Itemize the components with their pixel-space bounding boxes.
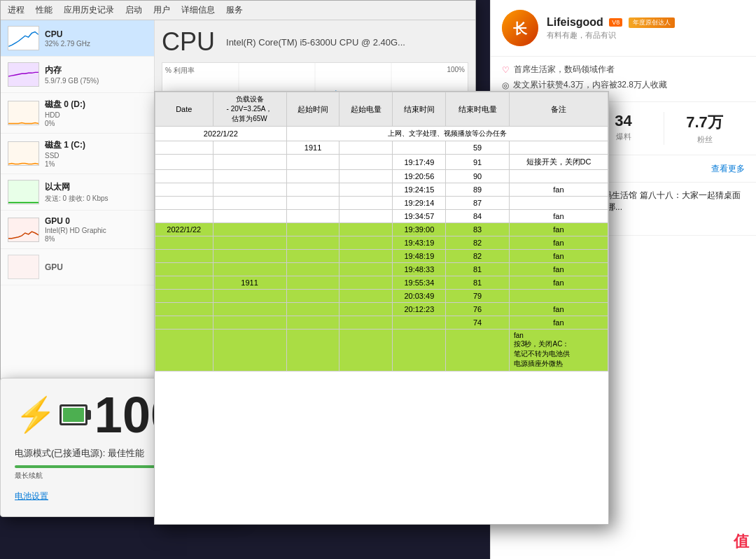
battery-icon (59, 404, 88, 425)
gpu0-model: Intel(R) HD Graphic (45, 227, 147, 234)
table-row: 19:34:57 84 fan (155, 210, 608, 223)
social-name-area: Lifeisgood V8 年度原创达人 有料有趣，有品有识 (547, 16, 745, 41)
power-min-label: 最长续航 (15, 471, 43, 481)
disk1-type: SSD (45, 152, 147, 160)
gpu0-usage: 8% (45, 235, 147, 243)
gpu1-name: GPU (45, 262, 147, 272)
col-start-charge: 起始电量 (340, 92, 393, 127)
menu-details[interactable]: 详细信息 (180, 3, 216, 17)
v-badge: V8 (609, 18, 622, 27)
desc-role: ♡ 首席生活家，数码领域作者 (502, 64, 745, 76)
disk1-usage: 1% (45, 160, 147, 168)
disk1-info: 磁盘 1 (C:) SSD 1% (45, 139, 147, 168)
col-load: 负载设备- 20V=3.25A，估算为65W (213, 92, 286, 127)
social-name-row: Lifeisgood V8 年度原创达人 (547, 16, 745, 29)
disk0-info: 磁盘 0 (D:) HDD 0% (45, 99, 147, 127)
sidebar-item-ethernet[interactable]: 以太网 发送: 0 接收: 0 Kbps (1, 174, 154, 211)
ethernet-info: 以太网 发送: 0 接收: 0 Kbps (45, 181, 147, 204)
table-row: 1911 59 (155, 141, 608, 155)
memory-usage: 5.9/7.9 GB (75%) (45, 77, 147, 85)
year-badge: 年度原创达人 (629, 17, 675, 28)
disk0-usage: 0% (45, 120, 147, 127)
stat-fans-label: 粉丝 (664, 134, 745, 145)
sidebar-item-memory[interactable]: 内存 5.9/7.9 GB (75%) (1, 57, 154, 93)
circle-icon: ◎ (502, 80, 509, 90)
table-row: 19:29:14 87 (155, 197, 608, 210)
sidebar-item-disk0[interactable]: 磁盘 0 (D:) HDD 0% (1, 93, 154, 134)
subheader-task: 上网、文字处理、视频播放等公办任务 (286, 127, 608, 141)
avatar: 长 (502, 10, 538, 46)
stat-fans: 7.7万 粉丝 (664, 112, 745, 145)
task-manager-menubar: 进程 性能 应用历史记录 启动 用户 详细信息 服务 (1, 1, 475, 20)
task-manager-sidebar: CPU 32% 2.79 GHz 内存 5.9/7.9 GB (75%) (1, 20, 155, 406)
sidebar-item-disk1[interactable]: 磁盘 1 (C:) SSD 1% (1, 134, 154, 174)
chart-y-label: % 利用率 (165, 66, 195, 76)
table-row-highlight: 19:48:19 82 fan (155, 250, 608, 263)
gpu1-mini-chart (8, 255, 39, 279)
svg-text:长: 长 (513, 21, 528, 36)
sidebar-item-cpu[interactable]: CPU 32% 2.79 GHz (1, 20, 154, 57)
memory-info: 内存 5.9/7.9 GB (75%) (45, 64, 147, 85)
battery-fill (63, 408, 84, 422)
cpu-usage: 32% 2.79 GHz (45, 40, 147, 48)
watermark: 值 (734, 531, 749, 552)
table-row-highlight: 19:48:33 81 fan (155, 263, 608, 276)
sidebar-item-gpu1[interactable]: GPU (1, 249, 154, 285)
disk0-type: HDD (45, 111, 147, 119)
cpu-model: Intel(R) Core(TM) i5-6300U CPU @ 2.40G..… (226, 37, 405, 48)
social-tagline: 有料有趣，有品有识 (547, 30, 745, 41)
table-row: 19:24:15 89 fan (155, 183, 608, 197)
menu-services[interactable]: 服务 (225, 3, 244, 17)
social-header: 长 Lifeisgood V8 年度原创达人 有料有趣，有品有识 (491, 0, 756, 57)
spreadsheet-overlay: Date 负载设备- 20V=3.25A，估算为65W 起始时间 起始电量 结束… (154, 91, 609, 525)
table-row: 19:17:49 91 短接开关，关闭DC (155, 155, 608, 170)
disk1-mini-chart (8, 141, 39, 166)
sidebar-item-gpu0[interactable]: GPU 0 Intel(R) HD Graphic 8% (1, 211, 154, 249)
desc-role-text: 首席生活家，数码领域作者 (514, 64, 615, 76)
col-date: Date (155, 92, 214, 127)
col-note: 备注 (509, 92, 608, 127)
chart-max-label: 100% (447, 66, 465, 73)
gpu0-info: GPU 0 Intel(R) HD Graphic 8% (45, 216, 147, 243)
col-end-charge: 结束时电量 (446, 92, 510, 127)
cpu-info: CPU 32% 2.79 GHz (45, 29, 147, 48)
table-row-highlight: 19:43:19 82 fan (155, 236, 608, 250)
desc-stats-text: 发文累计获赞4.3万，内容被32.8万人收藏 (513, 79, 667, 91)
menu-users[interactable]: 用户 (152, 3, 172, 17)
gpu0-name: GPU 0 (45, 216, 147, 226)
heart-icon: ♡ (502, 65, 510, 75)
gpu0-mini-chart (8, 218, 39, 242)
social-username: Lifeisgood (547, 16, 603, 28)
table-row-highlight: 20:03:49 79 (155, 290, 608, 303)
cpu-name: CPU (45, 29, 147, 39)
desc-stats: ◎ 发文累计获赞4.3万，内容被32.8万人收藏 (502, 79, 745, 91)
memory-name: 内存 (45, 64, 147, 76)
subheader-date: 2022/1/22 (155, 127, 287, 141)
menu-startup[interactable]: 启动 (124, 3, 144, 17)
disk1-name: 磁盘 1 (C:) (45, 139, 147, 151)
memory-mini-chart (8, 62, 39, 87)
cpu-header: CPU Intel(R) Core(TM) i5-6300U CPU @ 2.4… (162, 27, 468, 57)
menu-process[interactable]: 进程 (6, 3, 26, 17)
table-row: 19:20:56 90 (155, 170, 608, 183)
ethernet-mini-chart (8, 180, 39, 204)
ethernet-usage: 发送: 0 接收: 0 Kbps (45, 194, 147, 204)
more-articles-link[interactable]: 查看更多 (711, 163, 745, 175)
table-row-highlight: 20:12:23 76 fan (155, 303, 608, 316)
menu-performance[interactable]: 性能 (34, 3, 54, 17)
charge-icon: ⚡ (15, 395, 57, 434)
cpu-title: CPU (162, 27, 215, 57)
menu-app-history[interactable]: 应用历史记录 (62, 3, 115, 17)
gpu1-info: GPU (45, 262, 147, 272)
stat-fans-num: 7.7万 (664, 112, 745, 133)
col-end-time: 结束时间 (393, 92, 446, 127)
disk0-mini-chart (8, 101, 39, 125)
table-row-highlight: 1911 19:55:34 81 fan (155, 276, 608, 290)
ethernet-name: 以太网 (45, 181, 147, 193)
table-row-highlight: fan按3秒，关闭AC：笔记不转为电池供电源插座外微热 (155, 330, 608, 372)
data-table: Date 负载设备- 20V=3.25A，估算为65W 起始时间 起始电量 结束… (155, 92, 608, 372)
disk0-name: 磁盘 0 (D:) (45, 99, 147, 111)
table-row-highlight: 2022/1/22 19:39:00 83 fan (155, 223, 608, 236)
col-start-time: 起始时间 (286, 92, 340, 127)
table-row-highlight: 74 fan (155, 316, 608, 330)
